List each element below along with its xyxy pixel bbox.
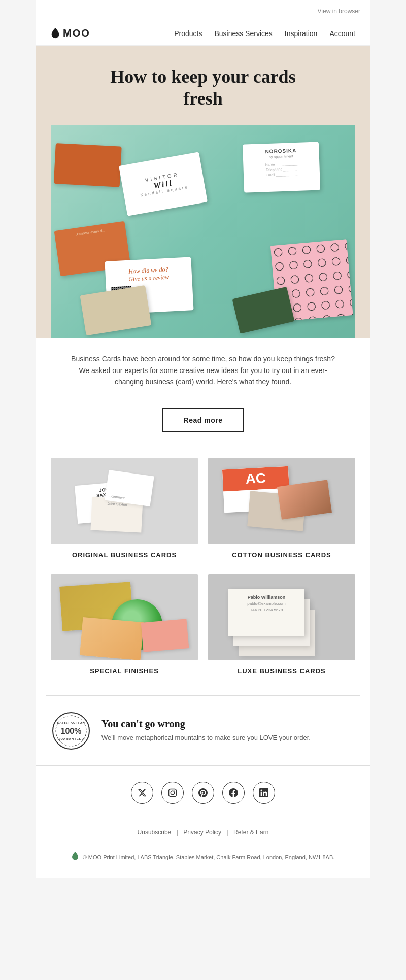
svg-text:SATISFACTION: SATISFACTION	[57, 721, 85, 724]
product-image-original: JOHNSAXTON John Saxton ...ointment	[51, 458, 198, 544]
satisfaction-text: You can't go wrong We'll move metaphoric…	[101, 718, 311, 743]
refer-earn-link[interactable]: Refer & Earn	[233, 829, 268, 836]
read-more-button[interactable]: Read more	[162, 408, 244, 432]
product-title-cotton: COTTON BUSINESS CARDS	[208, 551, 355, 559]
logo-text: MOO	[63, 27, 90, 39]
hero-title: How to keep your cards fresh	[51, 66, 355, 110]
product-item-cotton[interactable]: AC Cotton COTTON BUSINESS CARDS	[203, 453, 360, 569]
product-title-original: ORIGINAL BUSINESS CARDS	[51, 551, 198, 559]
satisfaction-badge: SATISFACTION 100% GUARANTEED	[51, 711, 91, 751]
pinterest-icon-btn[interactable]	[192, 782, 214, 804]
satisfaction-heading: You can't go wrong	[101, 718, 311, 730]
twitter-icon	[138, 788, 147, 797]
facebook-icon	[229, 788, 238, 797]
cards-scene: Business every d... VISITOR Will Kendall…	[51, 125, 355, 338]
top-bar: View in browser	[36, 0, 370, 21]
hero-image: Business every d... VISITOR Will Kendall…	[51, 125, 355, 338]
logo[interactable]: MOO	[51, 27, 90, 39]
product-title-luxe: LUXE BUSINESS CARDS	[208, 667, 355, 675]
linkedin-icon	[259, 788, 268, 797]
nav-inspiration[interactable]: Inspiration	[285, 29, 318, 38]
product-title-special: SPECIAL FINISHES	[51, 667, 198, 675]
social-section	[36, 766, 370, 819]
svg-text:100%: 100%	[61, 727, 82, 735]
lx1: Pablo Williamson pablo@example.com +44 2…	[228, 589, 304, 636]
hero-section: How to keep your cards fresh Business ev…	[36, 46, 370, 338]
body-description: Business Cards have been around for some…	[66, 353, 340, 387]
moo-drop-icon	[51, 28, 60, 39]
product-item-luxe[interactable]: Pablo Williamson pablo@example.com +44 2…	[203, 569, 360, 685]
bcard-norosika: NOROSIKA by appointment Name ___________…	[243, 142, 320, 193]
instagram-icon	[168, 788, 177, 797]
facebook-icon-btn[interactable]	[222, 782, 245, 804]
svg-point-7	[174, 790, 175, 791]
cta-section: Read more	[36, 403, 370, 448]
footer-links: Unsubscribe | Privacy Policy | Refer & E…	[36, 819, 370, 844]
nav-business-services[interactable]: Business Services	[214, 29, 272, 38]
product-image-luxe: Pablo Williamson pablo@example.com +44 2…	[208, 574, 355, 660]
pinterest-icon	[198, 788, 208, 797]
hero-bg: Business every d... VISITOR Will Kendall…	[51, 125, 355, 338]
body-text-section: Business Cards have been around for some…	[36, 338, 370, 402]
svg-text:GUARANTEED: GUARANTEED	[58, 737, 84, 740]
bcard-orange1	[54, 143, 122, 187]
product-image-cotton: AC Cotton	[208, 458, 355, 544]
bcard-beige	[80, 285, 151, 335]
footer-drop-icon	[72, 852, 79, 863]
privacy-policy-link[interactable]: Privacy Policy	[183, 829, 221, 836]
oc3: ...ointment	[105, 470, 154, 506]
footer-address-text: © MOO Print Limited, LABS Triangle, Stab…	[83, 854, 335, 860]
sf-scene	[51, 574, 198, 660]
header: MOO Products Business Services Inspirati…	[36, 21, 370, 46]
footer-sep-2: |	[226, 829, 228, 836]
sf4	[141, 619, 189, 652]
bcard-visitor: VISITOR Will Kendall Square	[119, 152, 208, 216]
cc3	[277, 480, 332, 519]
satisfaction-badge-svg: SATISFACTION 100% GUARANTEED	[51, 711, 91, 751]
footer-sep-1: |	[177, 829, 178, 836]
bcard-green	[232, 287, 295, 334]
view-in-browser-link[interactable]: View in browser	[318, 8, 360, 15]
main-nav: Products Business Services Inspiration A…	[174, 29, 355, 38]
nav-account[interactable]: Account	[329, 29, 355, 38]
product-image-special	[51, 574, 198, 660]
social-icons	[46, 782, 360, 804]
luxe-scene: Pablo Williamson pablo@example.com +44 2…	[208, 574, 355, 660]
product-item-original[interactable]: JOHNSAXTON John Saxton ...ointment ORIGI…	[46, 453, 203, 569]
satisfaction-body: We'll move metaphorical mountains to mak…	[101, 733, 311, 743]
unsubscribe-link[interactable]: Unsubscribe	[138, 829, 172, 836]
orig-cards-scene: JOHNSAXTON John Saxton ...ointment	[51, 458, 198, 544]
cotton-scene: AC Cotton	[208, 458, 355, 544]
linkedin-icon-btn[interactable]	[253, 782, 275, 804]
product-grid: JOHNSAXTON John Saxton ...ointment ORIGI…	[36, 448, 370, 695]
instagram-icon-btn[interactable]	[161, 782, 184, 804]
twitter-icon-btn[interactable]	[131, 782, 153, 804]
satisfaction-section: SATISFACTION 100% GUARANTEED You can't g…	[36, 696, 370, 766]
svg-rect-5	[169, 789, 177, 796]
product-item-special[interactable]: SPECIAL FINISHES	[46, 569, 203, 685]
nav-products[interactable]: Products	[174, 29, 202, 38]
footer-address: © MOO Print Limited, LABS Triangle, Stab…	[36, 844, 370, 878]
svg-point-6	[171, 791, 175, 795]
sf3	[80, 617, 144, 660]
